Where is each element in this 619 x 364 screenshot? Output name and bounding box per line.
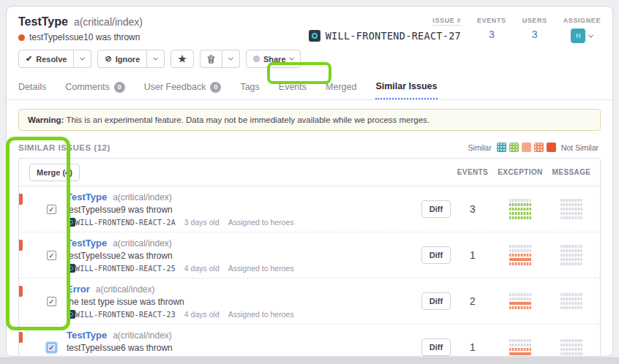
share-button[interactable]: Share: [246, 50, 301, 68]
page-title: TestType: [18, 15, 68, 29]
row-text: Error a(critical/index) the test type is…: [67, 284, 294, 319]
row-text: TestType a(critical/index) testTypeIssue…: [67, 238, 294, 273]
project-platform-icon: [67, 218, 75, 227]
column-header-events: EVENTS: [454, 168, 492, 176]
issue-assigned: Assigned to heroes: [228, 264, 294, 273]
bookmark-star-button[interactable]: ★: [170, 50, 194, 68]
issue-assigned: Assigned to heroes: [228, 218, 294, 227]
platform-glyph: [69, 266, 73, 270]
issue-short-id: WILL-FRONTEND-REACT-28: [75, 357, 176, 357]
events-count: 2: [454, 295, 492, 307]
stat-users: USERS 3: [522, 17, 547, 68]
similarity-bar: [560, 208, 582, 211]
tab-user-feedback[interactable]: User Feedback0: [144, 81, 222, 99]
users-label: USERS: [522, 17, 547, 24]
issue-title-link[interactable]: TestType: [67, 238, 107, 249]
issue-culprit: a(critical/index): [113, 330, 172, 341]
similar-issue-row: ✓ TestType a(critical/index) testTypeIss…: [19, 324, 600, 357]
similarity-bar: [509, 297, 531, 300]
merge-checkbox[interactable]: ✓: [47, 205, 56, 214]
column-header-message: MESSAGE: [549, 168, 594, 176]
exception-similarity-bars: [492, 339, 549, 355]
issue-short-id: WILL-FRONTEND-REACT-23: [75, 311, 176, 319]
issue-title-link[interactable]: Error: [67, 284, 90, 295]
exception-similarity-bars: [492, 245, 549, 265]
issue-culprit: a(critical/index): [74, 16, 143, 28]
tab-comments[interactable]: Comments0: [65, 81, 124, 99]
merge-checkbox[interactable]: ✓: [47, 251, 56, 260]
legend-swatch: [509, 143, 519, 152]
similarity-bar: [509, 203, 531, 206]
similarity-bar: [509, 302, 531, 305]
message-similarity-bars: [549, 293, 594, 309]
assignee-dropdown[interactable]: H: [571, 29, 593, 43]
similarity-bar: [560, 254, 582, 257]
diff-button[interactable]: Diff: [421, 292, 451, 310]
issue-age: 3 days old: [184, 218, 220, 227]
assignee-avatar: H: [571, 29, 585, 43]
delete-dropdown-button[interactable]: [222, 50, 240, 68]
similarity-bar: [560, 216, 582, 219]
resolve-button[interactable]: ✔ Resolve: [18, 50, 74, 68]
similarity-bar: [560, 306, 582, 309]
similarity-bar: [560, 203, 582, 206]
similarity-bar: [560, 199, 582, 202]
similarity-bar: [509, 199, 531, 202]
share-button-group: Share: [246, 50, 301, 68]
tab-label: Tags: [240, 82, 259, 92]
similarity-bar: [509, 293, 531, 296]
merge-button[interactable]: Merge (4): [29, 164, 80, 181]
events-count-link[interactable]: 3: [489, 29, 495, 40]
similarity-bar: [560, 245, 582, 248]
diff-button[interactable]: Diff: [421, 200, 451, 218]
similarity-bar: [509, 344, 531, 346]
chevron-down-icon: [153, 56, 158, 61]
issue-short-id: WILL-FRONTEND-REACT-2A: [75, 219, 176, 227]
similarity-bar: [560, 258, 582, 261]
tab-label: User Feedback: [144, 82, 206, 92]
diff-button[interactable]: Diff: [421, 338, 451, 356]
similarity-bar: [560, 344, 582, 346]
issue-level-bar: [19, 332, 23, 343]
experimental-warning-banner: Warning: This is an experimental feature…: [18, 109, 601, 131]
similarity-bar: [509, 262, 531, 265]
tab-events[interactable]: Events: [279, 81, 307, 99]
ignore-button[interactable]: ⊘ Ignore: [97, 50, 147, 68]
exception-similarity-bars: [492, 293, 549, 309]
ignore-label: Ignore: [116, 55, 140, 64]
merge-checkbox[interactable]: ✓: [47, 343, 56, 352]
diff-button[interactable]: Diff: [421, 246, 451, 264]
issue-level-bar: [19, 240, 23, 251]
issue-meta: WILL-FRONTEND-REACT-25 4 days old Assign…: [67, 264, 294, 273]
issue-detail-card: TestType a(critical/index) testTypeIssue…: [6, 6, 613, 357]
issue-meta: WILL-FRONTEND-REACT-28 3 days old Assign…: [67, 356, 294, 357]
platform-glyph: [312, 33, 318, 39]
legend-not-similar-label: Not Similar: [561, 143, 599, 152]
message-similarity-bars: [549, 199, 594, 219]
share-label: Share: [263, 55, 286, 64]
issue-title-link[interactable]: TestType: [67, 192, 107, 202]
similar-issues-panel: Merge (4) EVENTS EXCEPTION MESSAGE ✓ Tes…: [18, 158, 601, 357]
tab-tags[interactable]: Tags: [240, 81, 259, 99]
delete-button[interactable]: [200, 50, 222, 68]
merge-checkbox[interactable]: ✓: [47, 297, 56, 306]
issue-title-link[interactable]: TestType: [67, 330, 107, 341]
issue-title-row: TestType a(critical/index): [18, 15, 301, 29]
tab-label: Comments: [65, 82, 109, 92]
similarity-bar: [560, 249, 582, 252]
resolve-dropdown-button[interactable]: [74, 50, 91, 68]
tab-details[interactable]: Details: [18, 81, 46, 99]
users-count-link[interactable]: 3: [532, 29, 538, 40]
issue-message: testTypeIssue9 was thrown: [67, 205, 294, 215]
resolve-label: Resolve: [36, 55, 67, 64]
ignore-dropdown-button[interactable]: [147, 50, 165, 68]
delete-button-group: [200, 50, 240, 68]
similarity-bar: [509, 348, 531, 351]
tab-merged[interactable]: Merged: [326, 81, 356, 99]
ignore-button-group: ⊘ Ignore: [97, 50, 165, 68]
similarity-bar: [509, 216, 531, 219]
tab-similar-issues[interactable]: Similar Issues: [375, 81, 437, 99]
legend-swatch: [522, 143, 531, 152]
similarity-bar: [560, 212, 582, 215]
issue-culprit: a(critical/index): [96, 284, 155, 295]
